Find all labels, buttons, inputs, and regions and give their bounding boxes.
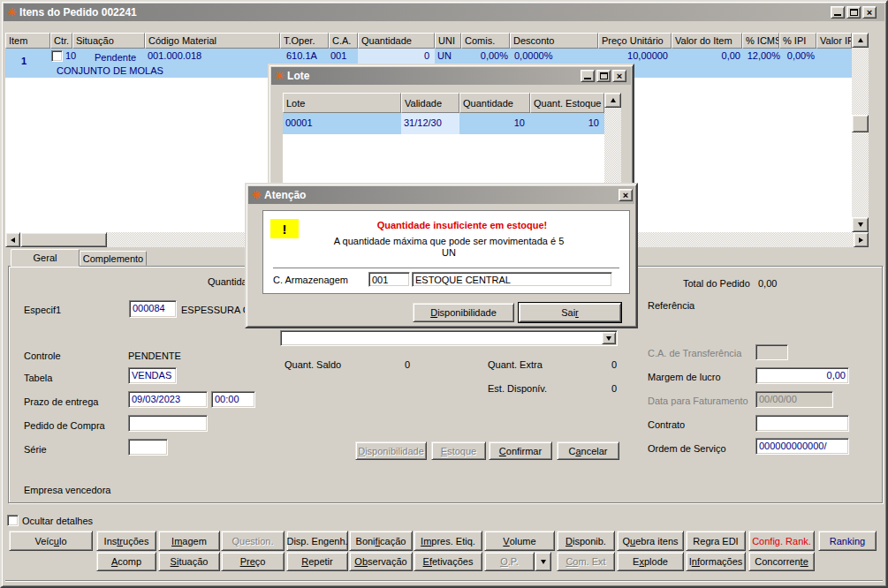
preco-button[interactable]: Preço	[221, 552, 285, 571]
tab-geral[interactable]: Geral	[11, 249, 80, 267]
col-quantidade[interactable]: Quantidade	[358, 33, 435, 49]
instrucoes-button[interactable]: Instruções	[96, 531, 156, 551]
scroll-up-icon[interactable]	[604, 93, 621, 108]
cell-uni: UN	[437, 50, 452, 61]
col-valor-item[interactable]: Valor do Item	[672, 33, 742, 49]
armazenagem-name-field[interactable]: ESTOQUE CENTRAL	[412, 272, 612, 287]
col-uni[interactable]: UNI	[435, 33, 461, 49]
veiculo-button[interactable]: Veículo	[9, 531, 93, 551]
col-situacao[interactable]: Situação	[72, 33, 145, 49]
col-ctr[interactable]: Ctr.	[50, 33, 72, 49]
table-row[interactable]: 00001 31/12/30 10 10	[283, 113, 604, 134]
impres-etiq-button[interactable]: Impres. Etiq.	[414, 531, 482, 551]
col-comis[interactable]: Comis.	[461, 33, 510, 49]
scroll-right-icon[interactable]	[854, 232, 869, 247]
ordem-servico-field[interactable]: 000000000000/	[755, 438, 849, 455]
op-dropdown-icon[interactable]	[535, 552, 551, 571]
scroll-left-icon[interactable]	[5, 232, 20, 247]
disponib-button[interactable]: Disponib.	[557, 531, 615, 551]
col-lote[interactable]: Lote	[283, 93, 401, 113]
col-validade[interactable]: Validade	[401, 93, 459, 113]
sair-button[interactable]: Sair	[519, 303, 621, 322]
vertical-scrollbar[interactable]	[852, 33, 869, 232]
col-preco-unitario[interactable]: Preço Unitário	[598, 33, 672, 49]
col-toper[interactable]: T.Oper.	[280, 33, 329, 49]
disponibilidade-button: Disponibilidade	[355, 441, 427, 460]
est-disponiv-value: 0	[583, 383, 617, 394]
col-icms[interactable]: % ICMS	[742, 33, 779, 49]
tab-complemento[interactable]: Complemento	[80, 251, 147, 266]
cell-icms: 12,00%	[740, 50, 780, 61]
col-valor-ipi[interactable]: Valor IPI	[816, 33, 852, 49]
especif1-label: Especif1	[24, 305, 61, 315]
close-icon[interactable]: ×	[619, 189, 633, 201]
maximize-icon[interactable]	[596, 70, 611, 82]
disp-engenh-button[interactable]: Disp. Engenh.	[286, 531, 348, 551]
situacao-button[interactable]: Situação	[158, 552, 220, 571]
scroll-up-icon[interactable]	[852, 33, 869, 48]
close-icon[interactable]: ×	[862, 6, 877, 19]
regra-edi-button[interactable]: Regra EDI	[686, 531, 746, 551]
armazenagem-code-field[interactable]: 001	[368, 272, 410, 287]
minimize-icon[interactable]	[831, 6, 845, 19]
ocultar-detalhes-checkbox[interactable]	[7, 515, 19, 526]
config-rank-button[interactable]: Config. Rank.	[748, 531, 815, 551]
vscroll-thumb[interactable]	[852, 115, 869, 132]
cancelar-button[interactable]: Cancelar	[557, 441, 619, 460]
atencao-titlebar[interactable]: ✳ Atenção	[248, 186, 634, 204]
prazo-date-field[interactable]: 09/03/2023	[128, 391, 208, 408]
pedido-compra-field[interactable]	[128, 415, 208, 432]
disponibilidade-button[interactable]: Disponibilidade	[413, 303, 514, 322]
row-checkbox[interactable]	[51, 50, 63, 62]
volume-button[interactable]: Volume	[484, 531, 555, 551]
imagem-button[interactable]: Imagem	[158, 531, 220, 551]
cell-quantidade: 10	[459, 117, 525, 128]
lote-vertical-scrollbar[interactable]	[604, 93, 621, 184]
cell-valor-item: 0,00	[672, 50, 740, 61]
alert-detail-line1: A quantidade máxima que pode ser movimen…	[272, 236, 626, 246]
cell-quantidade[interactable]: 0	[358, 49, 435, 64]
col-quant-estoque[interactable]: Quant. Estoque	[530, 93, 604, 113]
controle-value: PENDENTE	[128, 351, 181, 361]
col-item[interactable]: Item	[5, 33, 50, 49]
col-ca[interactable]: C.A.	[329, 33, 358, 49]
informacoes-button[interactable]: Informações	[686, 552, 746, 571]
cell-validade[interactable]: 31/12/30	[401, 113, 459, 134]
col-codigo-material[interactable]: Código Material	[145, 33, 280, 49]
data-faturamento-label: Data para Faturamento	[648, 396, 748, 406]
ranking-button[interactable]: Ranking	[818, 531, 877, 551]
question-button: Question.	[221, 531, 285, 551]
col-desconto[interactable]: Desconto	[510, 33, 598, 49]
app-icon: ✳	[7, 7, 16, 18]
quant-saldo-value: 0	[373, 359, 410, 370]
acomp-button[interactable]: Acomp	[96, 552, 156, 571]
hscroll-thumb[interactable]	[20, 232, 107, 247]
maximize-icon[interactable]	[846, 6, 861, 19]
observacao-button[interactable]: Observação	[349, 552, 413, 571]
middle-combobox[interactable]	[280, 330, 618, 346]
tabela-field[interactable]: VENDAS	[128, 367, 177, 384]
especif1-field[interactable]: 000084	[129, 300, 177, 318]
armazenagem-label: C. Armazenagem	[273, 275, 348, 285]
lote-titlebar[interactable]: ✳ Lote	[271, 67, 631, 85]
combobox-dropdown-icon[interactable]	[602, 332, 616, 344]
repetir-button[interactable]: Repetir	[286, 552, 348, 571]
ocultar-detalhes-label: Ocultar detalhes	[22, 516, 93, 526]
quant-extra-label: Quant. Extra	[488, 359, 543, 370]
margem-lucro-field[interactable]: 0,00	[755, 367, 849, 384]
col-quantidade[interactable]: Quantidade	[459, 93, 530, 113]
minimize-icon[interactable]	[581, 70, 595, 82]
prazo-time-field[interactable]: 00:00	[211, 391, 255, 408]
confirmar-button[interactable]: Confirmar	[489, 441, 552, 460]
contrato-field[interactable]	[755, 415, 849, 432]
efetivacoes-button[interactable]: Efetivações	[414, 552, 482, 571]
quebra-itens-button[interactable]: Quebra itens	[617, 531, 684, 551]
close-icon[interactable]: ×	[612, 70, 626, 82]
explode-button[interactable]: Explode	[617, 552, 684, 571]
concorrente-button[interactable]: Concorrente	[748, 552, 815, 571]
col-ipi[interactable]: % IPI	[779, 33, 816, 49]
scroll-down-icon[interactable]	[852, 217, 869, 232]
main-titlebar[interactable]: ✳ Itens do Pedido 002241	[4, 4, 884, 21]
bonificacao-button[interactable]: Bonificação	[349, 531, 413, 551]
serie-field[interactable]	[128, 439, 168, 456]
